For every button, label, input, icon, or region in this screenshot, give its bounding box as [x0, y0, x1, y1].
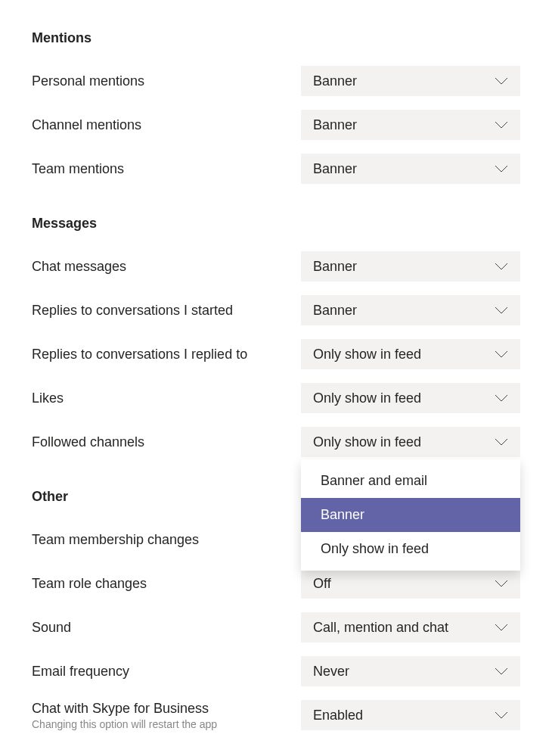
dropdown-option-banner-and-email[interactable]: Banner and email — [301, 464, 520, 498]
dropdown-value: Banner — [313, 73, 357, 89]
dropdown-chat-messages[interactable]: Banner — [301, 251, 520, 282]
chevron-down-icon — [495, 711, 508, 719]
chevron-down-icon — [495, 394, 508, 402]
dropdown-value: Banner — [313, 303, 357, 319]
section-header-mentions: Mentions — [32, 30, 520, 46]
chevron-down-icon — [495, 438, 508, 446]
helper-skype: Changing this option will restart the ap… — [32, 718, 286, 730]
dropdown-followed-channels[interactable]: Only show in feed — [301, 427, 520, 457]
dropdown-personal-mentions[interactable]: Banner — [301, 66, 520, 96]
dropdown-option-only-show-in-feed[interactable]: Only show in feed — [301, 532, 520, 566]
chevron-down-icon — [495, 165, 508, 173]
dropdown-replies-started[interactable]: Banner — [301, 295, 520, 325]
chevron-down-icon — [495, 263, 508, 270]
dropdown-team-role-changes[interactable]: Off — [301, 568, 520, 599]
chevron-down-icon — [495, 77, 508, 85]
dropdown-value: Only show in feed — [313, 390, 421, 406]
label-personal-mentions: Personal mentions — [32, 73, 286, 89]
dropdown-value: Never — [313, 664, 349, 680]
dropdown-value: Banner — [313, 117, 357, 133]
dropdown-replies-replied[interactable]: Only show in feed — [301, 339, 520, 369]
dropdown-value: Call, mention and chat — [313, 620, 448, 636]
dropdown-team-mentions[interactable]: Banner — [301, 154, 520, 184]
row-team-mentions: Team mentions Banner — [32, 154, 520, 184]
section-mentions: Mentions Personal mentions Banner Channe… — [32, 30, 520, 184]
dropdown-value: Only show in feed — [313, 347, 421, 362]
label-sound: Sound — [32, 620, 286, 636]
row-personal-mentions: Personal mentions Banner — [32, 66, 520, 96]
section-messages: Messages Chat messages Banner Replies to… — [32, 216, 520, 457]
dropdown-value: Only show in feed — [313, 434, 421, 450]
chevron-down-icon — [495, 306, 508, 314]
section-header-messages: Messages — [32, 216, 520, 232]
label-team-membership-changes: Team membership changes — [32, 532, 286, 548]
dropdown-likes[interactable]: Only show in feed — [301, 383, 520, 413]
label-replies-started: Replies to conversations I started — [32, 303, 286, 319]
row-email-frequency: Email frequency Never — [32, 656, 520, 686]
row-team-role-changes: Team role changes Off — [32, 568, 520, 599]
row-replies-started: Replies to conversations I started Banne… — [32, 295, 520, 325]
row-skype: Chat with Skype for Business Changing th… — [32, 700, 520, 730]
label-followed-channels: Followed channels — [32, 434, 286, 450]
chevron-down-icon — [495, 624, 508, 631]
label-likes: Likes — [32, 390, 286, 406]
dropdown-value: Banner — [313, 161, 357, 177]
dropdown-channel-mentions[interactable]: Banner — [301, 110, 520, 140]
row-chat-messages: Chat messages Banner — [32, 251, 520, 282]
label-replies-replied: Replies to conversations I replied to — [32, 347, 286, 362]
dropdown-skype[interactable]: Enabled — [301, 700, 520, 730]
row-sound: Sound Call, mention and chat — [32, 612, 520, 642]
label-email-frequency: Email frequency — [32, 664, 286, 680]
row-likes: Likes Only show in feed — [32, 383, 520, 413]
dropdown-value: Enabled — [313, 708, 363, 723]
chevron-down-icon — [495, 580, 508, 587]
row-channel-mentions: Channel mentions Banner — [32, 110, 520, 140]
chevron-down-icon — [495, 121, 508, 129]
chevron-down-icon — [495, 667, 508, 675]
dropdown-value: Off — [313, 576, 331, 592]
dropdown-email-frequency[interactable]: Never — [301, 656, 520, 686]
dropdown-option-banner[interactable]: Banner — [301, 498, 520, 532]
label-skype: Chat with Skype for Business — [32, 701, 286, 717]
label-chat-messages: Chat messages — [32, 259, 286, 275]
row-followed-channels: Followed channels Only show in feed Bann… — [32, 427, 520, 457]
row-replies-replied: Replies to conversations I replied to On… — [32, 339, 520, 369]
label-team-mentions: Team mentions — [32, 161, 286, 177]
dropdown-sound[interactable]: Call, mention and chat — [301, 612, 520, 642]
dropdown-menu-followed-channels: Banner and email Banner Only show in fee… — [301, 459, 520, 571]
chevron-down-icon — [495, 350, 508, 358]
label-channel-mentions: Channel mentions — [32, 117, 286, 133]
label-team-role-changes: Team role changes — [32, 576, 286, 592]
dropdown-value: Banner — [313, 259, 357, 275]
